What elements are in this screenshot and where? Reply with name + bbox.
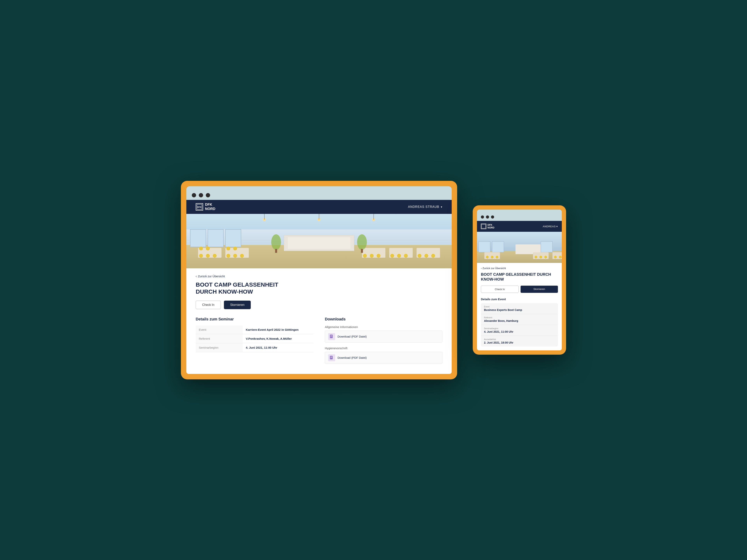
mobile-value-referent: Alexander Boos, Hamburg [484, 319, 555, 322]
browser-chrome [186, 186, 452, 200]
svg-point-70 [554, 256, 557, 259]
svg-rect-10 [288, 237, 350, 249]
svg-point-14 [213, 254, 216, 258]
svg-rect-46 [331, 336, 332, 336]
mobile-label-seminarbeginn: Seminarbeginn [484, 327, 555, 329]
mobile-checkin-button[interactable]: Check In [481, 286, 519, 293]
detail-value-seminarbeginn: 4. Juni 2021, 11:00 Uhr [243, 343, 313, 352]
mobile-detail-anmeldefrist: Anmeldefrist 2. Juni 2021, 18:00 Uhr [481, 336, 558, 347]
svg-point-22 [233, 246, 237, 250]
download-category-label-1: Allgemeine Informationen [325, 325, 442, 329]
mobile-label-event: Event [484, 305, 555, 308]
hero-illustration [186, 214, 452, 268]
detail-label-event: Event [196, 325, 243, 334]
mobile-stornieren-button[interactable]: Stornieren [520, 286, 558, 293]
svg-text:DFK: DFK [197, 206, 202, 208]
svg-point-66 [535, 256, 537, 259]
svg-point-29 [397, 254, 401, 258]
svg-rect-42 [275, 249, 277, 253]
detail-label-referent: Referent [196, 334, 243, 343]
svg-point-30 [404, 254, 408, 258]
svg-point-34 [431, 254, 435, 258]
mobile-dot-3 [491, 215, 494, 218]
svg-point-63 [491, 256, 493, 259]
mobile-dfk-logo-icon [481, 223, 486, 229]
download-text-2: Download (PDF Datei) [337, 356, 367, 359]
nav-user[interactable]: ANDREAS STRAUB [408, 205, 442, 209]
svg-point-62 [486, 256, 489, 259]
detail-label-seminarbeginn: Seminarbeginn [196, 343, 243, 352]
mobile-detail-event: Event Business Experts Boot Camp [481, 303, 558, 314]
svg-rect-60 [541, 241, 552, 252]
mobile-action-buttons: Check In Stornieren [481, 286, 558, 293]
svg-point-68 [544, 256, 547, 259]
svg-point-18 [227, 254, 230, 258]
svg-point-25 [370, 254, 374, 258]
download-text-1: Download (PDF Datei) [337, 335, 367, 338]
mobile-details-table: Event Business Experts Boot Camp Referen… [481, 303, 558, 347]
svg-point-71 [559, 256, 562, 259]
back-arrow-icon: ‹ [196, 274, 197, 278]
download-item-2[interactable]: Download (PDF Datei) [325, 352, 442, 364]
mobile-dot-2 [486, 215, 489, 218]
svg-point-28 [390, 254, 394, 258]
action-buttons: Check In Stornieren [196, 301, 442, 309]
logo-text: DFK NORD [205, 203, 215, 211]
table-row: Event Karriere-Event April 2022 in Götti… [196, 325, 313, 334]
page-body: ‹ Zurück zur Übersicht BOOT CAMP GELASSE… [186, 268, 452, 374]
svg-point-26 [377, 254, 381, 258]
logo: DFK DFK NORD [196, 203, 215, 211]
browser-dot-2 [199, 193, 203, 197]
mobile-nav-user[interactable]: ANDREAS [543, 225, 558, 228]
two-column-layout: Details zum Seminar Event Karriere-Event… [196, 317, 442, 368]
downloads-section-title: Downloads [325, 317, 442, 321]
seminar-details-table: Event Karriere-Event April 2022 in Götti… [196, 325, 313, 352]
desktop-mockup: DFK DFK NORD ANDREAS STRAUB [181, 181, 457, 379]
mobile-value-event: Business Experts Boot Camp [484, 309, 555, 312]
svg-rect-47 [331, 336, 332, 337]
svg-rect-51 [331, 357, 332, 357]
navbar: DFK DFK NORD ANDREAS STRAUB [186, 200, 452, 214]
svg-point-33 [424, 254, 428, 258]
svg-point-16 [206, 246, 210, 250]
svg-rect-52 [331, 358, 332, 358]
svg-rect-57 [479, 241, 490, 252]
browser-dot-3 [206, 193, 210, 197]
svg-rect-7 [208, 229, 223, 247]
svg-rect-54 [482, 224, 486, 228]
pdf-icon-1 [328, 333, 335, 340]
browser-content: DFK DFK NORD ANDREAS STRAUB [186, 200, 452, 374]
mobile-details-section-title: Details zum Event [481, 297, 558, 301]
page-title: BOOT CAMP GELASSENHEIT DURCH KNOW-HOW [196, 281, 289, 295]
pdf-icon-2 [328, 354, 335, 361]
mobile-content: DFK NORD ANDREAS [477, 221, 562, 350]
mobile-back-arrow-icon: ‹ [481, 267, 482, 270]
svg-rect-8 [226, 229, 241, 247]
mobile-page-title: BOOT CAMP GELASSENHEIT DURCH KNOW-HOW [481, 272, 558, 282]
download-item-1[interactable]: Download (PDF Datei) [325, 330, 442, 343]
svg-rect-48 [331, 337, 332, 337]
downloads-section: Downloads Allgemeine Informationen [325, 317, 442, 368]
svg-point-24 [363, 254, 367, 258]
dfk-logo-icon: DFK [196, 203, 203, 211]
mobile-logo-text: DFK NORD [488, 223, 494, 229]
checkin-button[interactable]: Check In [196, 301, 221, 309]
mobile-mockup: DFK NORD ANDREAS [473, 205, 566, 355]
mobile-navbar: DFK NORD ANDREAS [477, 221, 562, 232]
svg-point-64 [496, 256, 498, 259]
mobile-value-anmeldefrist: 2. Juni 2021, 18:00 Uhr [484, 341, 555, 344]
back-link[interactable]: ‹ Zurück zur Übersicht [196, 274, 442, 278]
svg-rect-50 [331, 356, 332, 357]
detail-value-referent: V.Ponkrashov, K.Nowak, A.Müller [243, 334, 313, 343]
download-category-label-2: Hygienevorschrift [325, 347, 442, 350]
download-category-allgemein: Allgemeine Informationen Download [325, 325, 442, 343]
svg-point-13 [206, 254, 210, 258]
svg-point-19 [233, 254, 237, 258]
seminar-details-section: Details zum Seminar Event Karriere-Event… [196, 317, 313, 368]
mobile-logo: DFK NORD [481, 223, 494, 229]
mobile-label-referent: Referent [484, 316, 555, 319]
mobile-back-link[interactable]: ‹ Zurück zur Übersicht [481, 267, 558, 270]
stornieren-button[interactable]: Stornieren [224, 301, 251, 309]
table-row: Seminarbeginn 4. Juni 2021, 11:00 Uhr [196, 343, 313, 352]
svg-rect-53 [481, 224, 486, 229]
